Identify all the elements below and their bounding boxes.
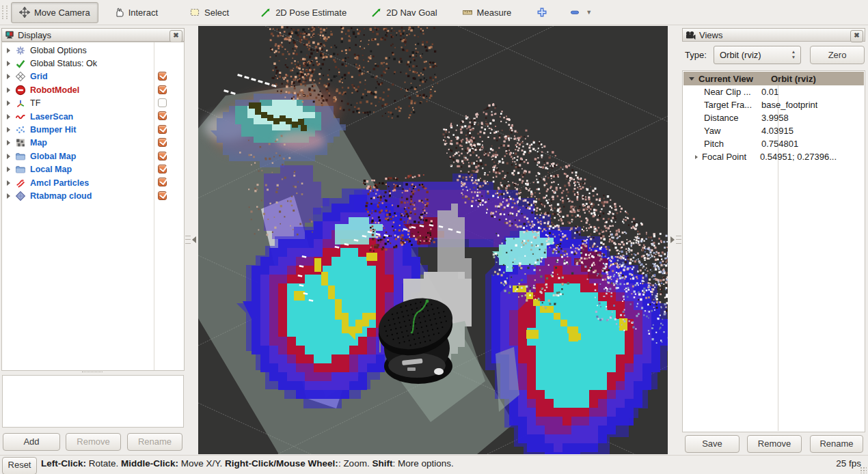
expander-icon[interactable] <box>7 180 10 186</box>
right-panel-collapse-handle[interactable] <box>670 236 681 244</box>
display-label: TF <box>30 98 40 108</box>
select-button[interactable]: Select <box>181 2 237 23</box>
displays-panel-icon <box>5 30 14 40</box>
zero-button[interactable]: Zero <box>810 46 865 64</box>
views-close-icon[interactable]: ✖ <box>850 30 863 42</box>
display-label: Amcl Particles <box>30 178 89 188</box>
bumper-hit-checkbox[interactable] <box>158 125 167 134</box>
add-tool-button[interactable] <box>532 2 552 23</box>
views-panel-icon <box>686 31 696 40</box>
tf-checkbox[interactable] <box>158 98 167 107</box>
add-display-button[interactable]: Add <box>3 433 60 451</box>
panel-splitter-handle[interactable] <box>82 372 103 374</box>
laserscan-checkbox[interactable] <box>158 111 167 120</box>
views-tree: Current View Orbit (rviz) Near Clip ... … <box>682 70 865 432</box>
robotmodel-checkbox[interactable] <box>158 85 167 94</box>
expander-icon[interactable] <box>7 87 10 93</box>
hint-text: Move X/Y. <box>178 458 225 469</box>
display-row-bumper-hit[interactable]: Bumper Hit <box>2 123 184 136</box>
expander-icon[interactable] <box>7 48 10 53</box>
property-row-yaw[interactable]: Yaw 4.03915 <box>683 124 864 137</box>
display-row-grid[interactable]: Grid <box>2 70 184 83</box>
measure-button[interactable]: Measure <box>454 2 520 23</box>
display-label: RobotModel <box>30 85 79 95</box>
grip-lines <box>185 236 191 244</box>
view-type-combobox[interactable]: Orbit (rviz) ▲▼ <box>714 46 801 64</box>
expander-icon[interactable] <box>7 61 10 66</box>
display-row-laserscan[interactable]: LaserScan <box>2 110 184 123</box>
display-row-global-status[interactable]: Global Status: Ok <box>2 57 184 70</box>
interact-button[interactable]: Interact <box>105 2 166 23</box>
property-row-distance[interactable]: Distance 3.9958 <box>683 111 864 124</box>
map-icon <box>15 137 26 148</box>
folder-icon <box>15 151 26 162</box>
remove-view-button[interactable]: Remove <box>747 435 802 453</box>
display-row-rtabmap-cloud[interactable]: Rtabmap cloud <box>2 189 184 202</box>
property-row-focal-point[interactable]: Focal Point 0.54951; 0.27396... <box>683 150 864 163</box>
render-viewport[interactable] <box>198 26 668 454</box>
pose-estimate-button[interactable]: 2D Pose Estimate <box>252 2 355 23</box>
displays-panel-titlebar[interactable]: Displays ✖ <box>1 28 185 42</box>
local-map-checkbox[interactable] <box>158 165 167 173</box>
nav-goal-button[interactable]: 2D Nav Goal <box>363 2 445 23</box>
display-row-global-map[interactable]: Global Map <box>2 150 184 163</box>
plus-icon <box>537 7 547 18</box>
current-view-value: Orbit (rviz) <box>763 74 816 84</box>
amcl-particles-checkbox[interactable] <box>158 178 167 186</box>
displays-panel: Displays ✖ Global Options Global Status:… <box>1 28 185 451</box>
robot-model-icon <box>15 85 26 96</box>
reset-button[interactable]: Reset <box>2 457 37 474</box>
displays-close-icon[interactable]: ✖ <box>169 30 182 42</box>
expander-icon[interactable] <box>7 127 10 133</box>
property-row-pitch[interactable]: Pitch 0.754801 <box>683 137 864 150</box>
property-row-near-clip[interactable]: Near Clip ... 0.01 <box>683 85 864 98</box>
map-checkbox[interactable] <box>158 138 167 147</box>
expander-icon[interactable] <box>7 154 10 159</box>
expander-down-icon[interactable] <box>689 77 694 81</box>
remove-tool-button[interactable]: ▼ <box>566 2 595 23</box>
current-view-header-row[interactable]: Current View Orbit (rviz) <box>683 72 864 85</box>
property-row-target-frame[interactable]: Target Fra... base_footprint <box>683 98 864 111</box>
grid-checkbox[interactable] <box>158 72 167 81</box>
display-row-robotmodel[interactable]: RobotModel <box>2 83 184 96</box>
views-panel: Views ✖ Type: Orbit (rviz) ▲▼ Zero Curre… <box>682 28 865 451</box>
3d-scene-canvas[interactable] <box>198 26 668 454</box>
move-camera-icon <box>19 7 30 18</box>
combobox-spinner-icon[interactable]: ▲▼ <box>789 49 798 60</box>
select-box-icon <box>189 7 200 18</box>
expander-icon[interactable] <box>7 193 10 199</box>
display-row-map[interactable]: Map <box>2 137 184 150</box>
expander-icon[interactable] <box>7 114 10 120</box>
display-row-tf[interactable]: TF <box>2 97 184 110</box>
display-row-amcl-particles[interactable]: Amcl Particles <box>2 176 184 189</box>
rename-display-button[interactable]: Rename <box>127 433 182 451</box>
interact-label: Interact <box>128 8 158 18</box>
left-panel-collapse-handle[interactable] <box>185 236 196 244</box>
remove-display-button[interactable]: Remove <box>66 433 121 451</box>
pose-estimate-label: 2D Pose Estimate <box>275 8 347 18</box>
global-map-checkbox[interactable] <box>158 152 167 161</box>
status-ok-check-icon <box>15 58 26 69</box>
expander-icon[interactable] <box>7 140 10 145</box>
tool-dropdown-caret-icon[interactable]: ▼ <box>586 9 592 16</box>
expander-icon[interactable] <box>7 74 10 79</box>
display-row-global-options[interactable]: Global Options <box>2 44 184 57</box>
resize-grip[interactable] <box>860 466 867 473</box>
save-view-button[interactable]: Save <box>685 435 740 453</box>
mouse-hints: Left-Click: Rotate. Middle-Click: Move X… <box>41 458 454 469</box>
display-label: Grid <box>30 72 48 81</box>
select-label: Select <box>204 8 229 18</box>
measure-ruler-icon <box>462 7 473 18</box>
toolbar-drag-handle[interactable] <box>2 5 8 19</box>
expander-icon[interactable] <box>7 167 10 172</box>
display-row-local-map[interactable]: Local Map <box>2 163 184 176</box>
views-panel-titlebar[interactable]: Views ✖ <box>682 28 865 42</box>
hint-bold: Left-Click: <box>41 458 86 469</box>
tf-axes-icon <box>15 98 26 109</box>
hint-text: : Zoom. <box>338 458 372 469</box>
rtabmap-cloud-checkbox[interactable] <box>158 191 167 200</box>
move-camera-button[interactable]: Move Camera <box>11 2 98 23</box>
rename-view-button[interactable]: Rename <box>810 435 863 453</box>
expander-icon[interactable] <box>7 100 10 106</box>
folder-icon <box>15 164 26 175</box>
